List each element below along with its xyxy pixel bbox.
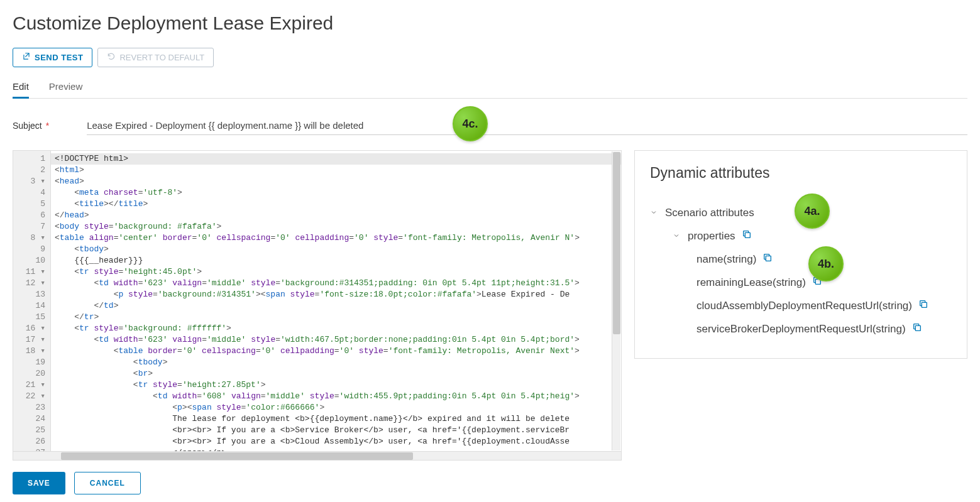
svg-rect-0 bbox=[745, 232, 750, 237]
horizontal-scrollbar[interactable] bbox=[13, 451, 621, 460]
chevron-down-icon bbox=[673, 230, 681, 243]
panel-title: Dynamic attributes bbox=[650, 165, 952, 182]
page-title: Customize Deployment Lease Expired bbox=[13, 13, 967, 34]
callout-4a: 4a. bbox=[795, 194, 830, 229]
subject-label: Subject* bbox=[13, 121, 49, 131]
send-icon bbox=[22, 52, 31, 63]
attr-name-label: name(string) bbox=[696, 253, 756, 266]
copy-icon[interactable] bbox=[912, 322, 922, 336]
code-body[interactable]: <!DOCTYPE html><html><head> <meta charse… bbox=[51, 151, 621, 451]
attr-remaining-lease-label: remainingLease(string) bbox=[696, 276, 806, 289]
attr-remaining-lease[interactable]: remainingLease(string) bbox=[650, 271, 952, 294]
svg-rect-3 bbox=[922, 302, 927, 307]
revert-button: REVERT TO DEFAULT bbox=[97, 48, 214, 67]
properties-label: properties bbox=[688, 230, 735, 243]
code-editor[interactable]: 123 ▾45678 ▾91011 ▾12 ▾13141516 ▾17 ▾18 … bbox=[13, 150, 622, 461]
revert-icon bbox=[107, 52, 116, 63]
copy-icon[interactable] bbox=[742, 229, 752, 243]
svg-rect-1 bbox=[766, 256, 771, 261]
toolbar: SEND TEST REVERT TO DEFAULT bbox=[13, 48, 967, 67]
callout-4b: 4b. bbox=[808, 246, 844, 281]
scenario-attributes-label: Scenario attributes bbox=[665, 207, 754, 219]
attr-name[interactable]: name(string) bbox=[650, 248, 952, 271]
properties-node[interactable]: properties bbox=[650, 224, 952, 248]
callout-4c: 4c. bbox=[453, 106, 488, 141]
dynamic-attributes-panel: 4a. 4b. Dynamic attributes Scenario attr… bbox=[634, 150, 967, 359]
subject-row: Subject* 4c. bbox=[13, 116, 967, 135]
revert-label: REVERT TO DEFAULT bbox=[119, 53, 204, 62]
save-button[interactable]: SAVE bbox=[13, 472, 65, 494]
send-test-button[interactable]: SEND TEST bbox=[13, 48, 92, 67]
required-star: * bbox=[46, 121, 49, 131]
footer-actions: SAVE CANCEL bbox=[13, 472, 967, 494]
attr-service-broker-url[interactable]: serviceBrokerDeploymentRequestUrl(string… bbox=[650, 317, 952, 341]
svg-rect-4 bbox=[915, 325, 920, 330]
tab-edit[interactable]: Edit bbox=[13, 76, 29, 99]
copy-icon[interactable] bbox=[763, 253, 773, 266]
cancel-button[interactable]: CANCEL bbox=[74, 472, 141, 494]
tab-preview[interactable]: Preview bbox=[49, 76, 82, 98]
tabs: Edit Preview bbox=[13, 76, 967, 99]
attr-service-broker-url-label: serviceBrokerDeploymentRequestUrl(string… bbox=[696, 323, 906, 336]
copy-icon[interactable] bbox=[918, 299, 928, 312]
subject-label-text: Subject bbox=[13, 121, 42, 131]
attr-cloud-assembly-url-label: cloudAssemblyDeploymentRequestUrl(string… bbox=[696, 300, 912, 312]
vertical-scrollbar[interactable] bbox=[612, 151, 620, 450]
subject-input[interactable] bbox=[87, 116, 967, 135]
send-test-label: SEND TEST bbox=[35, 53, 83, 62]
editor-gutter: 123 ▾45678 ▾91011 ▾12 ▾13141516 ▾17 ▾18 … bbox=[13, 151, 51, 451]
chevron-down-icon bbox=[650, 207, 659, 219]
attr-cloud-assembly-url[interactable]: cloudAssemblyDeploymentRequestUrl(string… bbox=[650, 294, 952, 317]
